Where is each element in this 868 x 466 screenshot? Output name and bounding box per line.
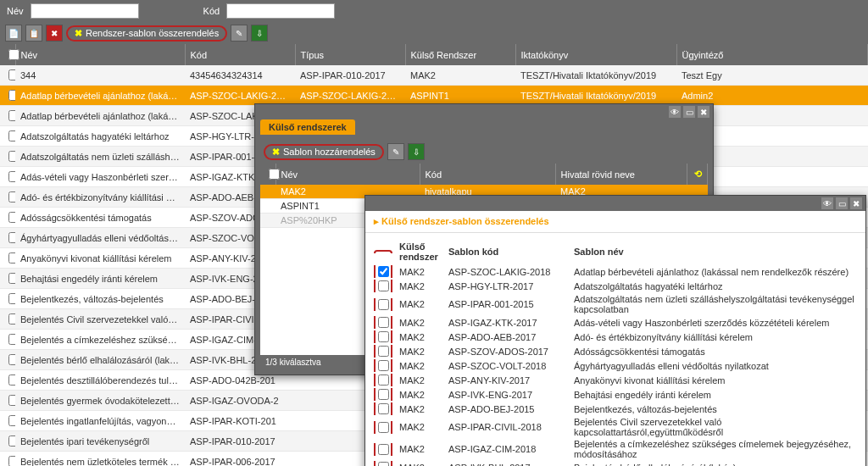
assign-row[interactable]: MAK2ASP-IVK-ENG-2017Behajtási engedély i… (374, 387, 857, 402)
assign-row[interactable]: MAK2ASP-IVK-BHL-2017Bejelentés bérlő elh… (374, 460, 857, 466)
cell-sk: ASP-SZOV-ADOS-2017 (448, 347, 567, 357)
cell-nev: Adás-vételi vagy Haszonbérleti szerződés… (15, 167, 185, 187)
row-checkbox[interactable] (8, 191, 15, 202)
row-checkbox[interactable] (8, 415, 15, 426)
col-kod[interactable]: Kód (420, 164, 555, 185)
row-checkbox[interactable] (378, 299, 389, 310)
row-checkbox[interactable] (8, 456, 15, 466)
row-checkbox[interactable] (378, 389, 389, 400)
assign-row[interactable]: MAK2ASP-ADO-BEJ-2015Bejelentkezés, válto… (374, 402, 857, 416)
refresh-header[interactable]: ⟲ (687, 164, 708, 185)
row-checkbox[interactable] (378, 422, 389, 433)
assign-row[interactable]: MAK2ASP-IPAR-001-2015Adatszolgáltatás ne… (374, 293, 857, 315)
row-checkbox[interactable] (378, 346, 389, 357)
row-checkbox[interactable] (8, 293, 15, 304)
row-checkbox[interactable] (8, 334, 15, 345)
cell-kr: MAK2 (399, 318, 442, 328)
export-icon[interactable]: ⇩ (251, 25, 268, 42)
delete-icon[interactable]: ✖ (46, 25, 63, 42)
assign-row[interactable]: MAK2ASP-IGAZ-KTK-2017Adás-vételi vagy Ha… (374, 315, 857, 330)
col-kod[interactable]: Kód (185, 44, 295, 65)
assign-row[interactable]: MAK2ASP-ANY-KIV-2017Anyakönyvi kivonat k… (374, 373, 857, 387)
maximize-icon[interactable]: ▭ (836, 197, 848, 209)
close-icon[interactable]: ✖ (698, 106, 709, 118)
cell-nev: Bejelentés ipari tevékenységről (15, 431, 185, 452)
cell-nev: Bejelentés ingatlanfelújítás, vagyonérté… (15, 411, 185, 431)
row-checkbox[interactable] (8, 110, 15, 121)
cell-tipus: ASP-IPAR-010-2017 (295, 65, 405, 86)
cell-nev: Adósságcsökkentési támogatás (15, 208, 185, 228)
col-nev[interactable]: Név (15, 44, 185, 65)
row-checkbox[interactable] (378, 331, 389, 342)
cell-sn: Adatlap bérbevételi ajánlathoz (lakással… (574, 267, 857, 277)
row-checkbox[interactable] (378, 280, 389, 291)
row-checkbox[interactable] (8, 151, 15, 162)
edit-icon[interactable]: ✎ (387, 143, 404, 160)
assign-row[interactable]: MAK2ASP-SZOV-ADOS-2017Adósságcsökkentési… (374, 344, 857, 358)
table-row[interactable]: Adatlap bérbevételi ajánlathoz (lakással… (0, 86, 868, 106)
row-checkbox[interactable] (8, 252, 15, 264)
col-hivatal[interactable]: Hivatal rövid neve (555, 164, 687, 185)
row-checkbox[interactable] (378, 266, 389, 277)
cell-iktato: TESZT/Hivatali Iktatókönyv/2019 (515, 65, 676, 86)
row-checkbox[interactable] (378, 374, 389, 386)
edit-icon[interactable]: ✎ (231, 25, 248, 42)
col-iktato[interactable]: Iktatókönyv (515, 44, 676, 65)
cell-kod: ASP-IPAR-006-2017 (185, 452, 295, 467)
cell-kr: MAK2 (399, 347, 442, 357)
row-checkbox[interactable] (8, 69, 15, 80)
system-template-assign-button[interactable]: ✖ Rendszer-sablon összerendelés (66, 25, 227, 42)
row-checkbox[interactable] (378, 317, 389, 328)
col-ugyintezo[interactable]: Ügyintéző (676, 44, 868, 65)
assign-row[interactable]: MAK2ASP-HGY-LTR-2017Adatszolgáltatás hag… (374, 279, 857, 293)
row-checkbox[interactable] (8, 313, 15, 325)
row-checkbox[interactable] (8, 354, 15, 365)
export-icon[interactable]: ⇩ (408, 143, 425, 160)
cell-sk: ASP-IGAZ-CIM-2018 (448, 444, 567, 454)
assign-row[interactable]: MAK2ASP-IPAR-CIVIL-2018Bejelentés Civil … (374, 416, 857, 438)
col-tipus[interactable]: Típus (295, 44, 405, 65)
refresh-icon: ⟲ (694, 169, 702, 180)
new-icon[interactable]: 📄 (5, 25, 22, 42)
cell-sk: ASP-IPAR-CIVIL-2018 (448, 422, 567, 432)
assign-row[interactable]: MAK2ASP-ADO-AEB-2017Adó- és értékbizonyí… (374, 330, 857, 344)
maximize-icon[interactable]: ▭ (683, 106, 695, 118)
row-checkbox[interactable] (8, 395, 15, 406)
close-icon[interactable]: ✖ (850, 197, 862, 209)
eye-icon[interactable]: 👁 (821, 197, 833, 209)
row-checkbox[interactable] (8, 232, 15, 243)
cell-kr: MAK2 (399, 463, 442, 467)
cell-nev: Adó- és értékbizonyítvány kiállítási kér… (15, 187, 185, 208)
cell-sk: ASP-SZOC-LAKIG-2018 (448, 267, 567, 277)
assign-row[interactable]: MAK2ASP-SZOC-LAKIG-2018Adatlap bérbevéte… (374, 264, 857, 279)
cell-nev: Bejelentés nem üzletköteles termék forga… (15, 452, 185, 467)
eye-icon[interactable]: 👁 (669, 106, 681, 118)
row-checkbox[interactable] (378, 360, 389, 371)
assign-template-button[interactable]: ✖ Sablon hozzárendelés (264, 144, 384, 160)
col-kulso[interactable]: Külső Rendszer (405, 44, 515, 65)
cell-kod: ASP-IGAZ-OVODA-2 (185, 391, 295, 411)
col-checkbox[interactable] (260, 164, 275, 185)
table-row[interactable]: 34443454634324314ASP-IPAR-010-2017MAK2TE… (0, 65, 868, 86)
external-systems-tab[interactable]: Külső rendszerek (260, 119, 355, 135)
row-checkbox[interactable] (8, 90, 15, 101)
assign-row[interactable]: MAK2ASP-SZOC-VOLT-2018Ágyhártyagyulladás… (374, 358, 857, 373)
filter-nev-input[interactable] (31, 3, 139, 19)
filter-kod-input[interactable] (226, 3, 335, 19)
row-checkbox[interactable] (8, 273, 15, 284)
row-checkbox[interactable] (8, 435, 15, 447)
row-checkbox[interactable] (378, 462, 389, 466)
copy-icon[interactable]: 📋 (25, 25, 42, 42)
col-sablon-nev: Sablon név (574, 247, 857, 257)
cell-nev: Ágyhártyagyulladás elleni védőoltás nyil… (15, 228, 185, 248)
row-checkbox[interactable] (378, 403, 389, 414)
row-checkbox[interactable] (378, 444, 389, 455)
row-checkbox[interactable] (8, 374, 15, 386)
row-checkbox[interactable] (8, 130, 15, 141)
col-kulso-rendszer: Külső rendszer (399, 241, 442, 262)
assign-row[interactable]: MAK2ASP-IGAZ-CIM-2018Bejelentés a címkez… (374, 438, 857, 460)
row-checkbox[interactable] (8, 171, 15, 182)
col-checkbox[interactable] (0, 44, 15, 65)
col-nev[interactable]: Név (275, 164, 420, 185)
row-checkbox[interactable] (8, 212, 15, 223)
